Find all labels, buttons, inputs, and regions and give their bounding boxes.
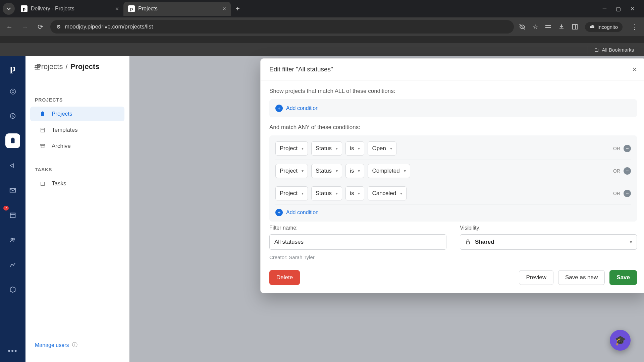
or-label: OR: [613, 168, 620, 174]
rail-target-icon[interactable]: ◎: [5, 84, 20, 99]
chevron-down-icon: ▾: [336, 146, 338, 151]
maximize-icon[interactable]: ▢: [616, 6, 621, 12]
new-tab-button[interactable]: +: [231, 4, 245, 13]
chevron-down-icon: [6, 6, 11, 11]
field-dropdown[interactable]: Status▾: [311, 141, 342, 156]
visibility-label: Visibility:: [460, 225, 637, 231]
field-dropdown[interactable]: Status▾: [311, 186, 342, 200]
rail-activities-icon[interactable]: 7: [5, 208, 20, 223]
folder-icon: 🗀: [594, 47, 599, 53]
tab-title: Projects: [138, 6, 158, 12]
condition-row-2: Project▾ Status▾ is▾ Canceled▾ OR −: [275, 182, 631, 205]
reload-button[interactable]: ⟳: [35, 21, 46, 32]
field-dropdown[interactable]: Status▾: [311, 164, 342, 178]
remove-condition-button[interactable]: −: [624, 167, 631, 175]
rail-more-icon[interactable]: •••: [8, 347, 17, 355]
divider: [588, 46, 588, 54]
rail-products-icon[interactable]: [5, 282, 20, 297]
chevron-down-icon: ▾: [358, 169, 360, 173]
add-condition-all[interactable]: + Add condition: [275, 105, 631, 112]
modal-title: Edit filter "All statuses": [269, 66, 333, 73]
forward-button[interactable]: →: [19, 21, 30, 32]
site-settings-icon[interactable]: ⚙: [56, 24, 61, 30]
close-icon[interactable]: ×: [222, 5, 226, 12]
svg-rect-14: [42, 112, 44, 113]
manage-users-link[interactable]: Manage users ⓘ: [25, 336, 129, 355]
filter-name-input[interactable]: [269, 234, 446, 250]
browser-menu-icon[interactable]: ⋮: [629, 21, 640, 32]
sidebar-item-tasks[interactable]: Tasks: [30, 176, 124, 191]
address-bar: ← → ⟳ ⚙ moodjoy.pipedrive.com/projects/l…: [0, 17, 644, 36]
browser-tab-0[interactable]: p Delivery - Projects ×: [16, 2, 123, 16]
all-bookmarks-link[interactable]: All Bookmarks: [602, 47, 634, 53]
help-fab[interactable]: 🎓: [610, 330, 631, 351]
media-icon[interactable]: [545, 23, 551, 30]
value-dropdown[interactable]: Canceled▾: [368, 186, 407, 200]
incognito-icon: 🕶: [590, 24, 595, 30]
or-label: OR: [613, 191, 620, 196]
minimize-icon[interactable]: ─: [603, 6, 606, 12]
app-logo[interactable]: p: [10, 62, 16, 74]
value-dropdown[interactable]: Completed▾: [368, 164, 410, 178]
tab-title: Delivery - Projects: [31, 6, 74, 12]
svg-rect-19: [41, 182, 45, 186]
add-condition-any[interactable]: + Add condition: [275, 205, 631, 216]
chevron-down-icon: ▾: [630, 240, 632, 244]
checkbox-icon: [40, 181, 47, 187]
modal-header: Edit filter "All statuses" ×: [261, 59, 644, 80]
operator-dropdown[interactable]: is▾: [345, 141, 364, 156]
sidebar-item-templates[interactable]: Templates: [30, 123, 124, 137]
entity-dropdown[interactable]: Project▾: [275, 186, 308, 200]
add-condition-label: Add condition: [286, 209, 319, 216]
entity-dropdown[interactable]: Project▾: [275, 141, 308, 156]
sidebar-item-projects[interactable]: Projects: [30, 107, 124, 121]
archive-icon: [40, 143, 47, 149]
remove-condition-button[interactable]: −: [624, 190, 631, 197]
close-modal-button[interactable]: ×: [632, 65, 637, 74]
svg-text:$: $: [12, 114, 14, 118]
panel-icon[interactable]: [572, 23, 578, 30]
rail-projects-icon[interactable]: [5, 133, 20, 148]
close-window-icon[interactable]: ✕: [630, 6, 635, 12]
rail-badge: 7: [3, 206, 9, 210]
value-dropdown[interactable]: Open▾: [368, 141, 396, 156]
rail-campaigns-icon[interactable]: [5, 158, 20, 173]
browser-tab-1[interactable]: p Projects ×: [123, 2, 231, 16]
breadcrumb-root[interactable]: Projects: [36, 62, 63, 71]
rail-insights-icon[interactable]: [5, 257, 20, 272]
url-field[interactable]: ⚙ moodjoy.pipedrive.com/projects/list: [50, 20, 514, 34]
svg-rect-0: [545, 25, 551, 26]
preview-button[interactable]: Preview: [519, 270, 553, 285]
operator-dropdown[interactable]: is▾: [345, 186, 364, 200]
visibility-select[interactable]: Shared ▾: [460, 234, 637, 250]
chevron-down-icon: ▾: [302, 169, 304, 173]
rail-deals-icon[interactable]: $: [5, 109, 20, 123]
incognito-indicator[interactable]: 🕶 Incognito: [585, 22, 623, 32]
lock-open-icon: [465, 239, 471, 245]
sidebar-item-label: Templates: [52, 127, 77, 133]
delete-button[interactable]: Delete: [269, 270, 300, 285]
favicon-icon: p: [128, 5, 135, 12]
bookmark-star-icon[interactable]: ☆: [533, 23, 538, 31]
rail-mail-icon[interactable]: [5, 183, 20, 198]
remove-condition-button[interactable]: −: [624, 145, 631, 152]
svg-point-11: [11, 238, 13, 240]
tab-search-dropdown[interactable]: [3, 3, 15, 15]
eye-off-icon[interactable]: [519, 23, 526, 31]
download-icon[interactable]: [558, 23, 565, 30]
window-controls: ─ ▢ ✕: [603, 6, 641, 12]
rail-contacts-icon[interactable]: [5, 233, 20, 247]
save-as-new-button[interactable]: Save as new: [558, 270, 605, 285]
condition-row-0: Project▾ Status▾ is▾ Open▾ OR −: [275, 137, 631, 160]
chevron-down-icon: ▾: [390, 146, 392, 151]
sidebar-item-archive[interactable]: Archive: [30, 139, 124, 154]
entity-dropdown[interactable]: Project▾: [275, 164, 308, 178]
save-button[interactable]: Save: [609, 270, 637, 285]
operator-dropdown[interactable]: is▾: [345, 164, 364, 178]
sidebar-item-label: Tasks: [52, 180, 66, 187]
tab-bar: p Delivery - Projects × p Projects × + ─…: [0, 0, 644, 17]
svg-rect-20: [467, 242, 470, 244]
back-button[interactable]: ←: [4, 21, 15, 32]
close-icon[interactable]: ×: [115, 5, 119, 12]
breadcrumb-current: Projects: [70, 62, 100, 71]
